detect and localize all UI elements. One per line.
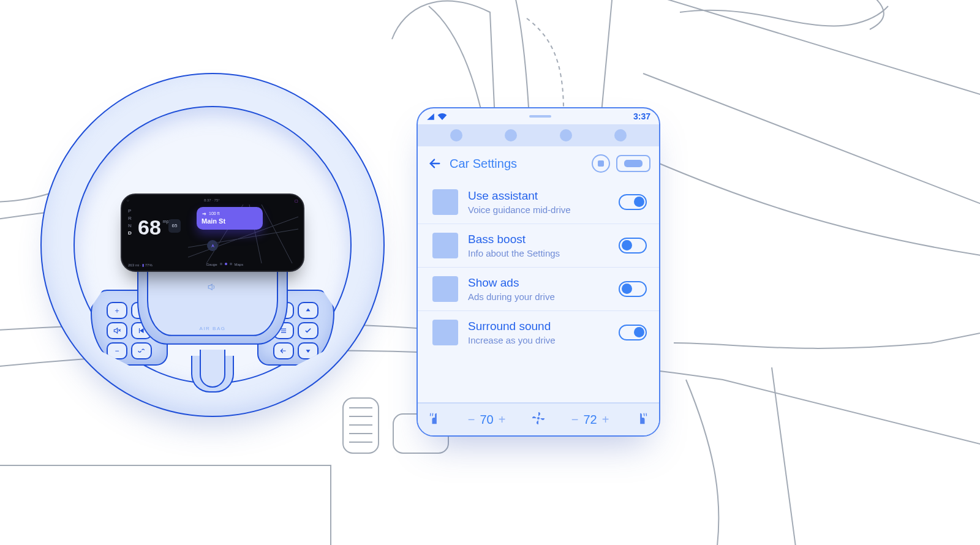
setting-subtitle: Info about the Settings (468, 248, 609, 258)
steering-wheel: ＋ − AIR BAG (40, 73, 385, 417)
page-header: Car Settings (418, 146, 659, 181)
left-temp-value: 70 (480, 413, 493, 427)
status-bar: 3:37 (418, 108, 659, 124)
setting-subtitle: Increase as you drive (468, 335, 609, 345)
wifi-icon (437, 113, 447, 120)
svg-line-22 (262, 205, 292, 263)
setting-use-assistant[interactable]: Use assistant Voice guidance mid-drive (418, 181, 659, 224)
settings-list: Use assistant Voice guidance mid-drive B… (418, 181, 659, 402)
horn-icon[interactable] (207, 284, 218, 292)
right-temp-value: 72 (583, 413, 597, 427)
increase-icon[interactable]: + (499, 413, 506, 427)
app-tabs (418, 124, 659, 146)
setting-surround-sound[interactable]: Surround sound Increase as you drive (418, 311, 659, 354)
setting-title: Use assistant (468, 189, 609, 203)
setting-bass-boost[interactable]: Bass boost Info about the Settings (418, 224, 659, 268)
nav-heading-icon (207, 240, 218, 251)
decrease-icon[interactable]: − (468, 413, 475, 427)
wheel-btn-up[interactable] (298, 302, 318, 319)
svg-point-23 (537, 417, 540, 419)
seat-heater-left-icon[interactable] (429, 412, 442, 428)
driver-cluster-screen: ○ 8:37 · 75° ▢ P R N D 68mph 65 (121, 194, 304, 272)
signal-icon (426, 113, 435, 120)
setting-icon (432, 189, 458, 215)
cluster-bt-icon: ▢ (295, 198, 298, 203)
setting-icon (432, 320, 458, 345)
toggle-show-ads[interactable] (619, 281, 647, 297)
setting-subtitle: Voice guidance mid-drive (468, 205, 609, 215)
setting-subtitle: Ads during your drive (468, 291, 609, 302)
status-time: 3:37 (633, 111, 650, 121)
gear-indicator: P R N D (128, 208, 132, 236)
wheel-btn-voice[interactable] (131, 342, 152, 359)
left-temp-control[interactable]: − 70 + (468, 413, 506, 427)
app-tab-2[interactable] (505, 129, 517, 141)
notch (529, 115, 551, 118)
increase-icon[interactable]: + (602, 413, 609, 427)
wheel-btn-back[interactable] (273, 342, 294, 359)
setting-title: Surround sound (468, 320, 609, 334)
wheel-btn-minus[interactable]: − (107, 342, 127, 359)
range-label: 263 mi (128, 263, 139, 267)
wheel-btn-down[interactable] (298, 342, 318, 359)
setting-title: Bass boost (468, 233, 609, 247)
setting-title: Show ads (468, 276, 609, 290)
cluster-time-weather: 8:37 · 75° (204, 198, 220, 202)
nav-card: 100 ft Main St (197, 207, 263, 230)
setting-icon (432, 276, 458, 302)
page-title: Car Settings (450, 157, 586, 171)
hvac-bar: − 70 + − 72 + (418, 402, 659, 435)
airbag-label: AIR BAG (200, 326, 226, 331)
back-button[interactable] (426, 155, 443, 172)
speedometer: 68mph (138, 217, 171, 238)
battery-label: 77% (145, 263, 153, 267)
wheel-btn-ok[interactable] (298, 322, 318, 339)
speed-limit-badge: 65 (168, 219, 181, 233)
toggle-bass-boost[interactable] (619, 238, 647, 254)
wheel-spoke-bottom (191, 356, 234, 393)
center-console: 3:37 Car Settings Use assistant Voice gu… (417, 107, 660, 437)
right-temp-control[interactable]: − 72 + (571, 413, 609, 427)
cluster-status-icon: ○ (127, 198, 129, 202)
header-chip[interactable] (616, 155, 650, 172)
toggle-use-assistant[interactable] (619, 194, 647, 210)
wheel-btn-mute[interactable] (107, 322, 127, 339)
wheel-btn-plus[interactable]: ＋ (107, 302, 127, 319)
app-tab-3[interactable] (560, 129, 572, 141)
setting-show-ads[interactable]: Show ads Ads during your drive (418, 268, 659, 311)
app-tab-4[interactable] (614, 129, 627, 141)
fan-icon[interactable] (531, 411, 546, 429)
app-tab-1[interactable] (450, 129, 462, 141)
toggle-surround-sound[interactable] (619, 325, 647, 340)
decrease-icon[interactable]: − (571, 413, 579, 427)
seat-heater-right-icon[interactable] (635, 412, 648, 428)
setting-icon (432, 233, 458, 258)
svg-line-19 (188, 229, 298, 247)
stop-button[interactable] (592, 154, 610, 173)
